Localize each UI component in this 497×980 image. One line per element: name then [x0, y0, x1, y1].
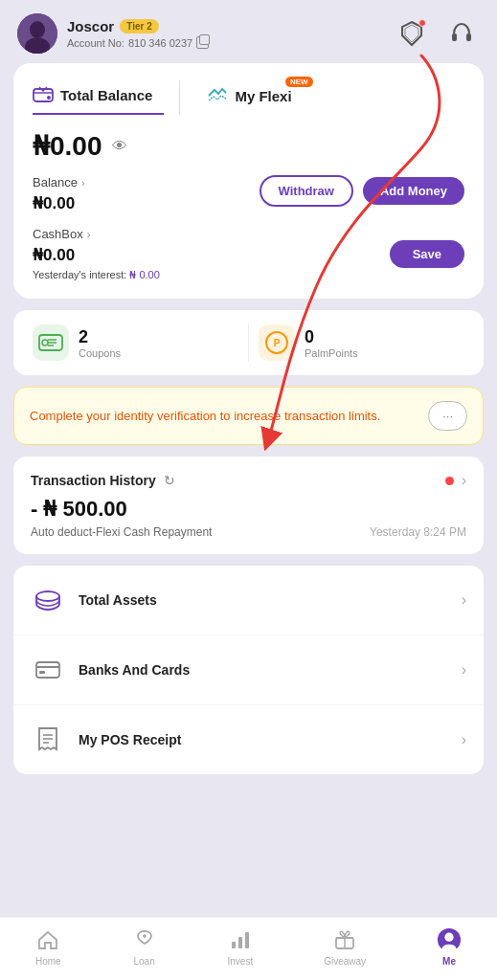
new-badge: NEW [285, 77, 313, 87]
cashbox-label: CashBox › [33, 227, 160, 241]
security-button[interactable] [394, 15, 430, 52]
pos-receipt-icon [31, 723, 65, 757]
balance-sub-amount: ₦0.00 [33, 193, 85, 213]
total-assets-label: Total Assets [79, 592, 157, 608]
loan-nav-icon [132, 927, 157, 952]
total-assets-chevron: › [462, 591, 466, 609]
interest-value: ₦ 0.00 [129, 269, 159, 280]
transaction-section: Transaction History ↻ › - ₦ 500.00 Auto … [13, 457, 484, 554]
flexi-tab-icon [207, 87, 228, 104]
pos-receipt-chevron: › [462, 731, 466, 748]
card-tabs: Total Balance My Flexi NEW [33, 80, 464, 115]
me-nav-label: Me [442, 956, 456, 967]
menu-item-pos-receipt[interactable]: My POS Receipt › [13, 705, 484, 774]
banks-cards-chevron: › [462, 661, 466, 679]
home-nav-icon [35, 927, 60, 952]
total-assets-icon [31, 583, 65, 617]
loan-nav-label: Loan [133, 956, 154, 967]
notification-dot [418, 19, 426, 27]
menu-section: Total Assets › Banks And Cards › [13, 566, 484, 774]
account-number: 810 346 0237 [128, 37, 192, 49]
menu-item-left: Banks And Cards [31, 653, 190, 687]
banks-cards-icon [31, 653, 65, 687]
transaction-description-row: Auto deduct-Flexi Cash Repayment Yesterd… [31, 525, 466, 539]
interest-text: Yesterday's interest: ₦ 0.00 [33, 269, 160, 281]
menu-item-banks-cards[interactable]: Banks And Cards › [13, 635, 484, 705]
transaction-title: Transaction History [31, 473, 156, 488]
pos-receipt-label: My POS Receipt [79, 732, 181, 747]
balance-chevron-icon: › [81, 177, 85, 189]
nav-me[interactable]: Me [427, 927, 471, 967]
svg-point-10 [42, 340, 48, 345]
tier-badge: Tier 2 [120, 19, 159, 33]
transaction-time: Yesterday 8:24 PM [370, 525, 466, 539]
giveaway-nav-label: Giveaway [324, 956, 366, 967]
cashbox-left: CashBox › ₦0.00 Yesterday's interest: ₦ … [33, 227, 160, 281]
verification-banner: Complete your identity verification to i… [13, 387, 484, 445]
cashbox-section: CashBox › ₦0.00 Yesterday's interest: ₦ … [33, 227, 464, 281]
action-buttons: Withdraw Add Money [260, 175, 464, 207]
nav-giveaway[interactable]: Giveaway [314, 927, 375, 967]
palmpoints-svg: P [264, 330, 289, 355]
withdraw-button[interactable]: Withdraw [260, 175, 353, 207]
total-balance-amount: ₦0.00 [33, 130, 102, 162]
transaction-chevron-icon[interactable]: › [462, 472, 466, 489]
coupon-count: 2 [79, 327, 121, 347]
headset-icon [448, 20, 475, 47]
copy-icon[interactable] [196, 36, 209, 49]
save-button[interactable]: Save [390, 240, 464, 268]
balance-label: Balance › [33, 175, 85, 189]
avatar[interactable] [17, 13, 57, 54]
eye-icon[interactable]: 👁 [112, 138, 127, 155]
svg-point-33 [442, 945, 457, 953]
balance-card: Total Balance My Flexi NEW ₦0.00 👁 Balan… [13, 63, 484, 299]
my-flexi-tab-label: My Flexi [235, 88, 291, 104]
nav-loan[interactable]: Loan [123, 927, 167, 967]
transaction-description: Auto deduct-Flexi Cash Repayment [31, 525, 212, 539]
nav-home[interactable]: Home [26, 927, 71, 967]
cashbox-amount: ₦0.00 [33, 245, 160, 265]
coupon-info: 2 Coupons [79, 327, 121, 359]
balance-section: Balance › ₦0.00 Withdraw Add Money [33, 175, 464, 213]
coupons-item[interactable]: 2 Coupons [33, 324, 238, 361]
balance-tab-icon [33, 86, 54, 103]
add-money-button[interactable]: Add Money [363, 177, 464, 205]
palmpoints-icon: P [259, 324, 295, 361]
points-info: 0 PalmPoints [305, 327, 358, 359]
svg-rect-5 [452, 33, 457, 41]
home-nav-label: Home [35, 956, 61, 967]
tab-total-balance[interactable]: Total Balance [33, 80, 164, 115]
transaction-amount: - ₦ 500.00 [31, 497, 466, 522]
header-left: Joscor Tier 2 Account No: 810 346 0237 [17, 13, 209, 54]
coupon-svg [38, 332, 63, 353]
coupon-icon [33, 324, 69, 361]
headset-button[interactable] [443, 15, 480, 52]
header: Joscor Tier 2 Account No: 810 346 0237 [0, 0, 497, 63]
points-count: 0 [305, 327, 358, 347]
transaction-header-right: › [445, 472, 466, 489]
total-balance-row: ₦0.00 👁 [33, 130, 464, 162]
transaction-dot [445, 477, 454, 485]
header-icons [394, 15, 480, 52]
nav-invest[interactable]: Invest [218, 927, 263, 967]
tab-my-flexi[interactable]: My Flexi NEW [195, 80, 303, 115]
svg-rect-19 [39, 671, 45, 674]
more-options-button[interactable]: ··· [428, 401, 467, 431]
palmpoints-item[interactable]: P 0 PalmPoints [259, 324, 464, 361]
menu-item-left: Total Assets [31, 583, 157, 617]
points-label: PalmPoints [305, 347, 358, 359]
svg-rect-26 [238, 937, 242, 948]
header-info: Joscor Tier 2 Account No: 810 346 0237 [67, 18, 209, 49]
invest-nav-label: Invest [228, 956, 254, 967]
avatar-svg [17, 13, 57, 54]
menu-item-left: My POS Receipt [31, 723, 181, 757]
account-label: Account No: [67, 37, 124, 49]
giveaway-nav-icon [332, 927, 357, 952]
transaction-header: Transaction History ↻ › [31, 472, 466, 489]
banks-cards-label: Banks And Cards [79, 662, 190, 678]
refresh-icon[interactable]: ↻ [164, 473, 175, 488]
svg-point-32 [444, 933, 453, 942]
account-number-row: Account No: 810 346 0237 [67, 36, 209, 49]
user-name: Joscor [67, 18, 114, 34]
menu-item-total-assets[interactable]: Total Assets › [13, 566, 484, 635]
